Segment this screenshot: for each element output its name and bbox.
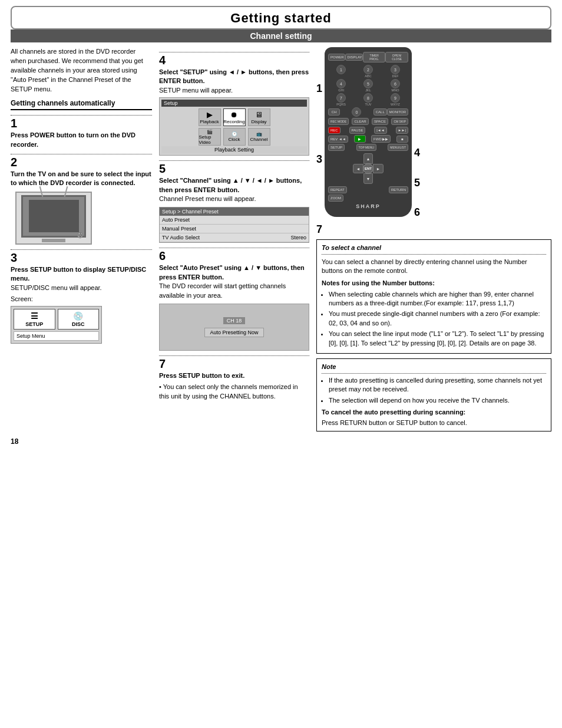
rec-mode-button[interactable]: REC MODE	[328, 118, 349, 125]
display-button[interactable]: DISPLAY	[345, 54, 363, 61]
step3-divider	[11, 249, 152, 250]
note-bullet-1: If the auto presetting is cancelled duri…	[329, 376, 546, 394]
number-buttons-list: When selecting cable channels which are …	[329, 290, 546, 348]
skip-next-button[interactable]: ►►|	[396, 127, 408, 134]
tv-screen	[21, 195, 86, 238]
fwd-button[interactable]: FWD ▶▶	[371, 135, 391, 143]
manual-preset-label: Manual Preset	[162, 226, 196, 232]
play-button[interactable]: ▶	[354, 135, 366, 143]
setup-disc-row: ☰ SETUP 💿 DISC	[14, 309, 99, 330]
page: Getting started Channel setting All chan…	[0, 0, 562, 728]
pause-button[interactable]: PAUSE	[349, 127, 366, 134]
step2-text: Turn the TV on and be sure to select the…	[11, 170, 152, 188]
num1-cell: 1	[328, 65, 354, 78]
num-2-button[interactable]: 2	[363, 65, 373, 74]
num-3-button[interactable]: 3	[391, 65, 400, 74]
clear-button[interactable]: CLEAR	[352, 118, 368, 125]
remote-label-4: 4	[414, 147, 420, 159]
step1-bold: Press POWER button to turn on the DVD re…	[11, 131, 135, 147]
tv-screen-inner	[29, 200, 79, 232]
step6-normal: The DVD recorder will start getting chan…	[159, 282, 286, 298]
step3-num: 3	[11, 251, 152, 264]
setup-menu-icons-bottom: 🎬 Setup Video 🕐 Clock 📺 Channel	[161, 128, 307, 146]
playback-icon: ▶	[207, 110, 213, 119]
note-title: Note	[322, 363, 546, 374]
remote-label-1: 1	[316, 83, 322, 95]
dpad-enter-button[interactable]: ENT	[363, 163, 373, 174]
num8-label: TUV	[355, 103, 381, 106]
zoom-button[interactable]: ZOOM	[328, 195, 343, 202]
rec-button[interactable]: REC	[328, 127, 340, 134]
step5-divider	[159, 160, 309, 161]
timer-prog-button[interactable]: TIMER PROG.	[363, 52, 385, 62]
dpad-right-button[interactable]: ►	[373, 164, 384, 173]
tv-audio-label: TV Audio Select	[162, 235, 200, 241]
menu-icon-display: 🖥 Display	[248, 108, 270, 126]
skip-prev-button[interactable]: |◄◄	[374, 127, 386, 134]
setup-menu-title: Setup	[161, 100, 307, 107]
num-6-button[interactable]: 6	[391, 79, 400, 88]
step2-divider	[11, 154, 152, 154]
section-title: Channel setting	[250, 31, 312, 41]
recording-label: Recording	[223, 119, 244, 124]
num-1-button[interactable]: 1	[336, 65, 346, 74]
dpad-down-button[interactable]: ▼	[363, 173, 373, 184]
num-7-button[interactable]: 7	[336, 93, 346, 103]
remote-with-labels: 1 3 7 POWER DISPLAY TIMER PROG. OPEN/ CL…	[316, 47, 551, 236]
cp-row-auto-preset: Auto Preset	[160, 216, 309, 225]
step1-text: Press POWER button to turn on the DVD re…	[11, 131, 152, 149]
auto-preset-screen: CH 18 Auto Presetting Now	[159, 304, 309, 351]
auto-preset-label: Auto Preset	[162, 217, 190, 223]
step7-bold: Press SETUP button to exit.	[159, 372, 244, 379]
intro-text: All channels are stored in the DVD recor…	[11, 47, 152, 94]
rec-pause-row: REC PAUSE |◄◄ ►►|	[328, 127, 408, 134]
step3-bold: Press SETUP button to display SETUP/DISC…	[11, 266, 146, 282]
call-button[interactable]: CALL	[373, 108, 387, 116]
step4-text: Select "SETUP" using ◄ / ► buttons, then…	[159, 68, 309, 95]
tv-audio-value: Stereo	[290, 235, 306, 241]
space-button[interactable]: SPACE	[372, 118, 388, 125]
ap-ch-label: CH 18	[223, 317, 246, 324]
repeat-button[interactable]: REPEAT	[328, 186, 347, 193]
step7-divider	[159, 355, 309, 356]
num8-cell: 8 TUV	[355, 93, 381, 106]
step6-bold: Select "Auto Preset" using ▲ / ▼ buttons…	[159, 264, 305, 280]
ch-button[interactable]: CH	[328, 108, 340, 116]
setup-icon: ☰	[31, 311, 38, 321]
power-button[interactable]: POWER	[328, 54, 345, 61]
num-9-button[interactable]: 9	[391, 93, 400, 103]
top-menu-button[interactable]: TOP MENU	[356, 144, 376, 151]
menu-list-button[interactable]: MENU/LIST	[388, 144, 408, 151]
open-close-button[interactable]: OPEN/ CLOSE	[385, 52, 408, 62]
content-area: All channels are stored in the DVD recor…	[11, 47, 551, 431]
disc-btn-label: DISC	[72, 321, 85, 327]
step7-bullet-dot: •	[159, 383, 161, 390]
to-select-channel-text: You can select a channel by directly ent…	[322, 258, 546, 276]
step2-num: 2	[11, 156, 152, 169]
to-select-channel-title: To select a channel	[322, 243, 546, 255]
channel-preset-menu: Setup > Channel Preset Auto Preset Manua…	[159, 207, 309, 243]
display-label: Display	[251, 119, 266, 124]
num-4-button[interactable]: 4	[336, 79, 346, 88]
stop-button[interactable]: ■	[396, 136, 408, 143]
num-8-button[interactable]: 8	[363, 93, 373, 103]
to-select-channel-box: To select a channel You can select a cha…	[316, 239, 551, 354]
dpad-left-button[interactable]: ◄	[353, 164, 363, 173]
tv-stand	[42, 239, 65, 242]
number-bullet-2: You must precede single-digit channel nu…	[329, 309, 546, 328]
setup-menu-label: Setup Menu	[14, 331, 99, 341]
return-button[interactable]: RETURN	[389, 186, 408, 193]
menu-icon-clock: 🕐 Clock	[223, 128, 246, 146]
rev-button[interactable]: REV ◄◄	[328, 136, 348, 143]
num4-cell: 4 GHI	[328, 79, 354, 92]
cm-skip-button[interactable]: CM SKIP	[391, 118, 408, 125]
monitor-button[interactable]: MONITOR	[387, 108, 408, 116]
dpad-up-button[interactable]: ▲	[363, 153, 373, 164]
dpad: ▲ ▼ ◄ ► ENT	[353, 153, 384, 184]
step5-bold: Select "Channel" using ▲ / ▼ / ◄ / ► but…	[159, 177, 302, 193]
remote-brand: SHARP	[328, 203, 408, 209]
setup-button[interactable]: SETUP	[328, 144, 345, 151]
clock-icon: 🕐	[232, 131, 237, 137]
num-5-button[interactable]: 5	[363, 79, 373, 88]
num-0-button[interactable]: 0	[352, 107, 361, 117]
